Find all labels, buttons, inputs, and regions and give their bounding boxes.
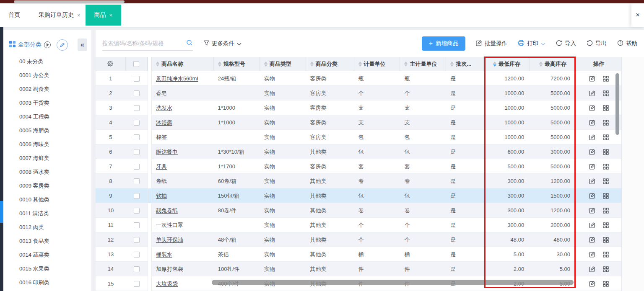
more-actions-icon[interactable] bbox=[603, 149, 609, 155]
row-checkbox[interactable] bbox=[134, 208, 140, 214]
more-actions-icon[interactable] bbox=[603, 266, 609, 272]
sidebar-category-item[interactable]: 0001 办公类 bbox=[3, 68, 91, 82]
sidebar-category-item[interactable]: 0011 清洁类 bbox=[3, 206, 91, 220]
column-header[interactable]: 最低库存 bbox=[484, 57, 530, 71]
edit-row-icon[interactable] bbox=[589, 281, 595, 287]
edit-row-icon[interactable] bbox=[589, 207, 595, 214]
sidebar-category-item[interactable]: 0007 海鲜类 bbox=[3, 151, 91, 165]
edit-row-icon[interactable] bbox=[589, 119, 595, 126]
gear-icon[interactable] bbox=[107, 60, 114, 68]
column-header[interactable]: 商品分类 bbox=[306, 57, 354, 71]
row-checkbox[interactable] bbox=[134, 281, 140, 287]
edit-row-icon[interactable] bbox=[589, 237, 595, 243]
help-button[interactable]: ? 帮助 bbox=[617, 40, 637, 47]
sidebar-category-item[interactable]: 0003 干货类 bbox=[3, 96, 91, 110]
row-checkbox[interactable] bbox=[134, 76, 140, 82]
more-actions-icon[interactable] bbox=[603, 237, 609, 243]
row-checkbox[interactable] bbox=[134, 252, 140, 258]
product-name-link[interactable]: 加厚打包袋 bbox=[156, 265, 183, 273]
product-name-link[interactable]: 香皂 bbox=[156, 90, 167, 97]
row-checkbox[interactable] bbox=[134, 134, 140, 140]
batch-operations-button[interactable]: 批量操作 bbox=[476, 40, 507, 47]
edit-row-icon[interactable] bbox=[589, 163, 595, 170]
row-checkbox[interactable] bbox=[134, 90, 140, 96]
column-header[interactable]: 商品名称 bbox=[152, 57, 214, 71]
column-header[interactable]: 商品类型 bbox=[260, 57, 306, 71]
more-actions-icon[interactable] bbox=[603, 76, 609, 82]
column-header[interactable]: 计量单位 bbox=[354, 57, 400, 71]
sidebar-category-item[interactable]: 0012 肉类 bbox=[3, 220, 91, 234]
column-header[interactable]: 最高库存 bbox=[530, 57, 576, 71]
sidebar-category-item[interactable]: 0002 副食类 bbox=[3, 82, 91, 96]
sidebar-category-item[interactable]: 0014 蔬菜类 bbox=[3, 248, 91, 262]
sidebar-category-item[interactable]: 0005 海胆类 bbox=[3, 124, 91, 137]
product-name-link[interactable]: 牙具 bbox=[156, 163, 167, 170]
vertical-scrollbar-thumb[interactable] bbox=[615, 73, 619, 135]
product-name-link[interactable]: 一次性口罩 bbox=[156, 221, 183, 229]
column-header[interactable]: 批次... bbox=[446, 57, 484, 71]
export-button[interactable]: 导出 bbox=[587, 40, 607, 47]
product-name-link[interactable]: 棉签 bbox=[156, 134, 167, 141]
product-name-link[interactable]: 桶装水 bbox=[156, 251, 172, 258]
more-actions-icon[interactable] bbox=[603, 222, 609, 228]
edit-row-icon[interactable] bbox=[589, 178, 595, 184]
edit-row-icon[interactable] bbox=[589, 193, 595, 199]
sidebar-category-item[interactable]: 0004 工程类 bbox=[3, 110, 91, 124]
product-name-link[interactable]: 大垃圾袋 bbox=[156, 280, 178, 288]
more-actions-icon[interactable] bbox=[603, 164, 609, 170]
row-checkbox[interactable] bbox=[134, 266, 140, 272]
column-header[interactable]: 主计量单位 bbox=[400, 57, 446, 71]
search-input[interactable] bbox=[102, 40, 184, 46]
more-actions-icon[interactable] bbox=[603, 134, 609, 140]
product-name-link[interactable]: 靓兔卷纸 bbox=[156, 207, 178, 214]
product-name-link[interactable]: 洗发水 bbox=[156, 104, 172, 112]
sidebar-category-item[interactable]: 0016 印刷类 bbox=[3, 276, 91, 289]
more-actions-icon[interactable] bbox=[603, 281, 609, 287]
row-checkbox[interactable] bbox=[134, 193, 140, 199]
product-name-link[interactable]: 软抽 bbox=[156, 192, 167, 200]
sidebar-category-item[interactable]: 0015 水果类 bbox=[3, 262, 91, 276]
more-filters-button[interactable]: 更多条件 bbox=[204, 40, 242, 47]
add-product-button[interactable]: + 新增商品 bbox=[422, 36, 465, 51]
sidebar-category-item[interactable]: 0009 客房类 bbox=[3, 179, 91, 193]
tab-close-icon[interactable]: × bbox=[109, 13, 113, 18]
row-checkbox[interactable] bbox=[134, 222, 140, 228]
sidebar-category-item[interactable]: 00 未分类 bbox=[3, 54, 91, 68]
edit-row-icon[interactable] bbox=[589, 251, 595, 258]
more-actions-icon[interactable] bbox=[603, 105, 609, 111]
sidebar-category-item[interactable]: 0008 酒水类 bbox=[3, 165, 91, 179]
tab-products-active[interactable]: 商品 × bbox=[86, 5, 122, 26]
more-actions-icon[interactable] bbox=[603, 193, 609, 199]
search-icon[interactable] bbox=[186, 39, 193, 48]
import-button[interactable]: 导入 bbox=[556, 40, 576, 47]
product-name-link[interactable]: 卷纸 bbox=[156, 178, 167, 185]
sidebar-title[interactable]: 全部分类 bbox=[18, 41, 42, 49]
edit-row-icon[interactable] bbox=[589, 90, 595, 96]
column-header[interactable]: 规格型号 bbox=[214, 57, 260, 71]
product-name-link[interactable]: 维达餐巾 bbox=[156, 148, 178, 156]
more-actions-icon[interactable] bbox=[603, 120, 609, 126]
horizontal-scrollbar-thumb[interactable] bbox=[212, 280, 574, 285]
close-window-button[interactable]: × bbox=[631, 3, 644, 27]
sidebar-category-item[interactable]: 0013 食品类 bbox=[3, 234, 91, 248]
print-button[interactable]: 打印 bbox=[518, 40, 545, 47]
row-checkbox[interactable] bbox=[134, 105, 140, 111]
sidebar-category-item[interactable]: 0010 其他类 bbox=[3, 193, 91, 206]
tab-purchase-order-history[interactable]: 采购订单历史 × bbox=[39, 11, 80, 19]
row-checkbox[interactable] bbox=[134, 178, 140, 184]
collapse-sidebar-button[interactable]: « bbox=[78, 39, 87, 51]
edit-categories-button[interactable] bbox=[57, 39, 68, 51]
edit-row-icon[interactable] bbox=[589, 75, 595, 82]
tab-home[interactable]: 首页 bbox=[8, 11, 20, 19]
more-actions-icon[interactable] bbox=[603, 90, 609, 96]
expand-play-icon[interactable] bbox=[44, 41, 51, 48]
select-all-checkbox[interactable] bbox=[133, 61, 139, 67]
product-name-link[interactable]: 沐浴露 bbox=[156, 119, 172, 126]
left-scrollbar-thumb[interactable] bbox=[0, 201, 3, 223]
edit-row-icon[interactable] bbox=[589, 266, 595, 272]
row-checkbox[interactable] bbox=[134, 120, 140, 126]
edit-row-icon[interactable] bbox=[589, 134, 595, 140]
edit-row-icon[interactable] bbox=[589, 105, 595, 111]
row-checkbox[interactable] bbox=[134, 164, 140, 170]
more-actions-icon[interactable] bbox=[603, 208, 609, 214]
